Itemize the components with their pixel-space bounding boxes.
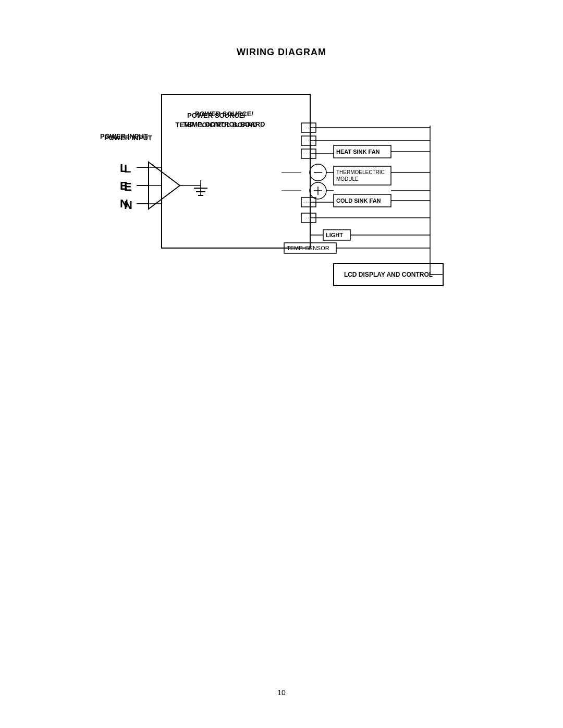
page: WIRING DIAGRAM POWER SOURCE/ TEMP. CONTR… bbox=[0, 0, 563, 728]
power-source-label: POWER SOURCE/ TEMP. CONTROL BOARD bbox=[172, 109, 276, 129]
svg-rect-46 bbox=[334, 264, 443, 286]
svg-text:· ·: · · bbox=[305, 126, 309, 130]
svg-rect-0 bbox=[162, 94, 310, 248]
svg-text:· ·: · · bbox=[305, 216, 309, 220]
svg-text:COLD SINK FAN: COLD SINK FAN bbox=[336, 198, 381, 204]
svg-rect-42 bbox=[323, 230, 350, 240]
power-input-label: POWER INPUT bbox=[100, 132, 148, 140]
svg-rect-20 bbox=[301, 149, 316, 158]
svg-text:TEMP. CONTROL BOARD: TEMP. CONTROL BOARD bbox=[176, 121, 258, 129]
svg-text:N: N bbox=[124, 199, 132, 212]
e-label: E bbox=[120, 177, 128, 195]
n-label: N bbox=[120, 195, 128, 213]
page-number: 10 bbox=[277, 688, 286, 697]
len-labels: L E N bbox=[120, 159, 128, 213]
svg-text:TEMP. SENSOR: TEMP. SENSOR bbox=[287, 245, 329, 251]
svg-rect-18 bbox=[301, 136, 316, 145]
l-label: L bbox=[120, 159, 128, 177]
svg-rect-33 bbox=[334, 166, 391, 185]
svg-text:L: L bbox=[124, 162, 131, 175]
svg-text:· ·: · · bbox=[305, 139, 309, 143]
svg-text:THERMOELECTRIC: THERMOELECTRIC bbox=[336, 169, 385, 175]
svg-point-26 bbox=[310, 164, 326, 181]
svg-text:HEAT SINK FAN: HEAT SINK FAN bbox=[336, 149, 380, 155]
svg-text:LCD DISPLAY AND CONTROL: LCD DISPLAY AND CONTROL bbox=[344, 271, 433, 278]
svg-rect-24 bbox=[301, 213, 316, 223]
svg-text:LIGHT: LIGHT bbox=[326, 232, 343, 238]
svg-point-28 bbox=[310, 182, 326, 199]
svg-text:· · ·: · · · bbox=[303, 152, 309, 156]
svg-text:POWER SOURCE/: POWER SOURCE/ bbox=[187, 112, 246, 119]
svg-rect-22 bbox=[301, 198, 316, 207]
svg-text:E: E bbox=[124, 180, 132, 193]
wiring-diagram: POWER SOURCE/ TEMP. CONTROL BOARD POWER … bbox=[99, 79, 464, 298]
svg-text:· · ·: · · · bbox=[303, 200, 309, 205]
svg-marker-7 bbox=[149, 162, 180, 209]
svg-rect-16 bbox=[301, 123, 316, 132]
svg-rect-36 bbox=[334, 194, 391, 207]
svg-text:POWER INPUT: POWER INPUT bbox=[104, 134, 152, 142]
svg-rect-44 bbox=[284, 243, 336, 253]
page-title: WIRING DIAGRAM bbox=[237, 47, 326, 58]
svg-text:MODULE: MODULE bbox=[336, 176, 359, 182]
svg-rect-31 bbox=[334, 145, 391, 158]
